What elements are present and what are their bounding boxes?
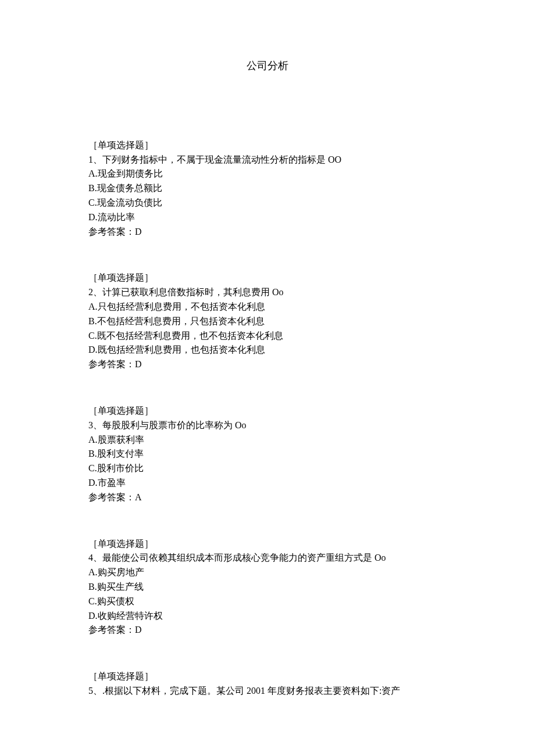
- document-title: 公司分析: [70, 58, 465, 74]
- question-option: B.购买生产线: [70, 580, 465, 594]
- question-answer: 参考答案：A: [70, 490, 465, 505]
- question-type-label: ［单项选择题］: [70, 669, 465, 684]
- question-block: ［单项选择题］ 1、下列财务指标中，不属于现金流量流动性分析的指标是 OO A.…: [70, 138, 465, 239]
- question-block: ［单项选择题］ 2、计算已获取利息倍数指标时，其利息费用 Oo A.只包括经营利…: [70, 271, 465, 372]
- question-answer: 参考答案：D: [70, 623, 465, 637]
- question-option: C.股利市价比: [70, 461, 465, 476]
- question-answer: 参考答案：D: [70, 357, 465, 372]
- question-option: D.既包括经营利息费用，也包括资本化利息: [70, 343, 465, 357]
- question-option: C.现金流动负债比: [70, 196, 465, 210]
- question-option: D.收购经营特许权: [70, 609, 465, 624]
- question-stem: 5、.根据以下材料，完成下题。某公司 2001 年度财务报表主要资料如下:资产: [70, 684, 465, 698]
- question-type-label: ［单项选择题］: [70, 271, 465, 285]
- question-stem: 2、计算已获取利息倍数指标时，其利息费用 Oo: [70, 285, 465, 300]
- question-option: D.流动比率: [70, 210, 465, 225]
- question-stem: 4、最能使公司依赖其组织成本而形成核心竞争能力的资产重组方式是 Oo: [70, 551, 465, 565]
- question-stem: 3、每股股利与股票市价的比率称为 Oo: [70, 418, 465, 433]
- question-block: ［单项选择题］ 5、.根据以下材料，完成下题。某公司 2001 年度财务报表主要…: [70, 669, 465, 698]
- question-type-label: ［单项选择题］: [70, 404, 465, 418]
- question-option: A.股票获利率: [70, 433, 465, 447]
- question-option: B.现金债务总额比: [70, 181, 465, 196]
- question-option: B.不包括经营利息费用，只包括资本化利息: [70, 314, 465, 329]
- question-option: B.股利支付率: [70, 447, 465, 461]
- question-option: D.市盈率: [70, 476, 465, 490]
- question-stem: 1、下列财务指标中，不属于现金流量流动性分析的指标是 OO: [70, 153, 465, 167]
- document-page: 公司分析 ［单项选择题］ 1、下列财务指标中，不属于现金流量流动性分析的指标是 …: [0, 0, 535, 756]
- question-option: A.购买房地产: [70, 565, 465, 580]
- question-block: ［单项选择题］ 4、最能使公司依赖其组织成本而形成核心竞争能力的资产重组方式是 …: [70, 537, 465, 638]
- question-answer: 参考答案：D: [70, 225, 465, 239]
- question-type-label: ［单项选择题］: [70, 138, 465, 153]
- question-option: A.现金到期债务比: [70, 167, 465, 181]
- question-block: ［单项选择题］ 3、每股股利与股票市价的比率称为 Oo A.股票获利率 B.股利…: [70, 404, 465, 505]
- question-option: C.购买债权: [70, 594, 465, 609]
- question-option: C.既不包括经营利息费用，也不包括资本化利息: [70, 329, 465, 343]
- question-option: A.只包括经营利息费用，不包括资本化利息: [70, 300, 465, 314]
- question-type-label: ［单项选择题］: [70, 537, 465, 551]
